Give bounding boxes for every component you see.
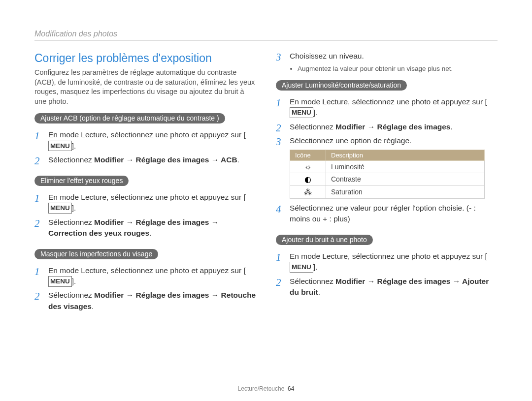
right-column: Choisissez un niveau. Augmentez la valeu… [276, 48, 498, 315]
step-text-end: . [237, 155, 239, 164]
page-number: 64 [288, 385, 294, 392]
left-column: Corriger les problèmes d'exposition Conf… [34, 48, 256, 315]
step-text: Sélectionnez [48, 218, 94, 226]
step-item: En mode Lecture, sélectionnez une photo … [34, 192, 256, 214]
table-row: ◐ Contraste [290, 173, 485, 185]
step-text: En mode Lecture, sélectionnez une photo … [48, 130, 243, 139]
steps-noise: En mode Lecture, sélectionnez une photo … [276, 251, 498, 298]
step-text: Choisissez un niveau. [290, 52, 364, 60]
step-text-end: . [74, 204, 76, 212]
step-item: Sélectionnez Modifier → Réglage des imag… [276, 276, 498, 298]
saturation-icon: ⁂ [290, 185, 326, 198]
steps-face: En mode Lecture, sélectionnez une photo … [34, 265, 256, 312]
table-row: ⁂ Saturation [290, 185, 485, 198]
pill-noise: Ajouter du bruit à une photo [276, 235, 373, 245]
pill-redeye: Eliminer l'effet yeux rouges [34, 176, 129, 186]
steps-bcs-cont: Sélectionnez une valeur pour régler l'op… [276, 203, 498, 225]
options-table: Icône Description ☼ Luminosité ◐ Contras… [290, 150, 485, 199]
step-item: Sélectionnez une valeur pour régler l'op… [276, 203, 498, 225]
menu-button-label: MENU [290, 262, 313, 273]
table-header-desc: Description [326, 150, 485, 160]
step-item: En mode Lecture, sélectionnez une photo … [34, 265, 256, 287]
step-item: Sélectionnez Modifier → Réglage des imag… [34, 290, 256, 312]
step-item: En mode Lecture, sélectionnez une photo … [34, 129, 256, 152]
bullet-item: Augmentez la valeur pour obtenir un visa… [298, 64, 498, 73]
menu-button-label: MENU [290, 107, 313, 118]
step-item: En mode Lecture, sélectionnez une photo … [276, 96, 498, 119]
step-path: Modifier → Réglage des images [335, 123, 450, 131]
step-text: En mode Lecture, sélectionnez une photo … [290, 97, 485, 106]
menu-button-label: MENU [48, 203, 72, 214]
step-text-end: . [318, 288, 320, 296]
pill-bcs: Ajuster Luminosité/contraste/saturation [276, 80, 407, 91]
step-text-end: . [92, 302, 94, 310]
step-text: En mode Lecture, sélectionnez une photo … [290, 252, 485, 260]
step-item: Sélectionnez Modifier → Réglage des imag… [276, 122, 498, 132]
step-item: Sélectionnez une option de réglage. [276, 135, 498, 146]
table-row: ☼ Luminosité [290, 160, 485, 173]
page-title: Corriger les problèmes d'exposition [34, 52, 256, 65]
intro-text: Configurez les paramètres de réglage aut… [34, 68, 256, 106]
step-text: Sélectionnez [48, 155, 94, 164]
step-text-end: . [149, 229, 151, 237]
brightness-icon: ☼ [290, 160, 326, 173]
breadcrumb: Modification des photos [34, 30, 498, 41]
steps-bcs: En mode Lecture, sélectionnez une photo … [276, 96, 498, 147]
step-text-end: . [315, 263, 317, 271]
step-item: Choisissez un niveau. [276, 51, 498, 62]
step-item: Sélectionnez Modifier → Réglage des imag… [34, 217, 256, 239]
step-item: Sélectionnez Modifier → Réglage des imag… [34, 154, 256, 165]
step-item: En mode Lecture, sélectionnez une photo … [276, 251, 498, 273]
step-text: Sélectionnez [48, 291, 94, 299]
step-text: Sélectionnez [290, 277, 335, 285]
step-text-end: . [74, 277, 76, 285]
table-cell-desc: Luminosité [326, 160, 485, 173]
step-path: Modifier → Réglage des images → ACB [94, 155, 237, 164]
pill-acb: Ajuster ACB (option de réglage automatiq… [34, 113, 225, 123]
step-text-end: . [451, 123, 453, 131]
steps-redeye: En mode Lecture, sélectionnez une photo … [34, 192, 256, 239]
manual-page: Modification des photos Corriger les pro… [0, 0, 532, 401]
table-cell-desc: Saturation [326, 185, 485, 198]
pill-face: Masquer les imperfections du visage [34, 249, 158, 259]
step-text: Sélectionnez une option de réglage. [290, 136, 411, 145]
steps-acb: En mode Lecture, sélectionnez une photo … [34, 129, 256, 165]
table-cell-desc: Contraste [326, 173, 485, 185]
steps-face-cont: Choisissez un niveau. [276, 51, 498, 62]
content-columns: Corriger les problèmes d'exposition Conf… [34, 48, 498, 315]
step-text-end: . [74, 142, 76, 150]
menu-button-label: MENU [48, 141, 72, 152]
table-header-icon: Icône [290, 150, 326, 160]
menu-button-label: MENU [48, 276, 72, 287]
page-footer: Lecture/Retouche 64 [0, 385, 532, 392]
step-text: Sélectionnez [290, 123, 335, 131]
step-text: En mode Lecture, sélectionnez une photo … [48, 193, 243, 201]
step-text-end: . [315, 108, 317, 117]
step-text: Sélectionnez une valeur pour régler l'op… [290, 204, 476, 223]
contrast-icon: ◐ [290, 173, 326, 185]
table-header-row: Icône Description [290, 150, 485, 160]
footer-section: Lecture/Retouche [238, 385, 285, 392]
face-bullets: Augmentez la valeur pour obtenir un visa… [276, 64, 498, 73]
step-text: En mode Lecture, sélectionnez une photo … [48, 266, 243, 275]
